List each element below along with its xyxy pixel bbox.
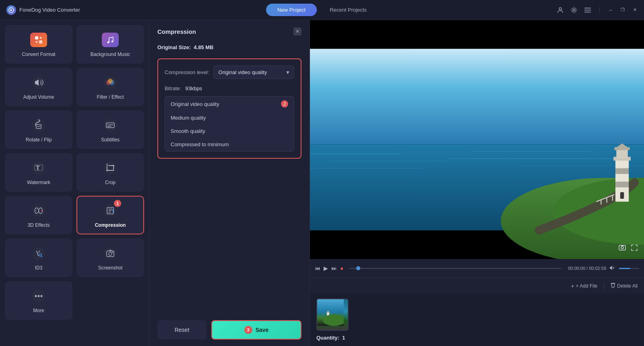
play-button[interactable]: ▶ [324, 265, 328, 271]
quantity-label-text: Quantity: [316, 335, 339, 341]
progress-bar[interactable] [350, 268, 561, 269]
convert-format-icon-wrap [30, 31, 47, 48]
sidebar-item-crop[interactable]: Crop [76, 153, 144, 192]
bitrate-row: Bitrate: 93kbps [165, 85, 294, 91]
file-actions-bar: + + Add File Delete All [310, 278, 644, 294]
sidebar-item-adjust-volume[interactable]: Adjust Volume [5, 68, 72, 106]
svg-point-26 [104, 162, 117, 174]
video-scene-svg [310, 20, 644, 259]
sidebar-item-compression[interactable]: 1 Compression [76, 196, 144, 234]
quality-select[interactable]: Original video quality Medium quality Sm… [213, 66, 294, 79]
watermark-label: Watermark [27, 180, 50, 185]
reset-button[interactable]: Reset [157, 320, 206, 340]
dropdown-option-original[interactable]: Original video quality 2 [165, 97, 294, 111]
app-title: FoneDog Video Converter [19, 7, 80, 13]
svg-rect-66 [615, 182, 629, 187]
sidebar-item-watermark[interactable]: T Watermark [5, 153, 72, 192]
background-music-icon-wrap [102, 31, 119, 48]
svg-rect-43 [112, 252, 113, 253]
background-music-icon [102, 31, 119, 48]
volume-bar[interactable] [619, 268, 639, 269]
compression-label: Compression [95, 222, 126, 228]
svg-point-47 [41, 295, 43, 297]
more-label: More [33, 308, 44, 313]
dropdown-options-list: Original video quality 2 Medium quality … [165, 96, 294, 151]
svg-point-74 [621, 247, 623, 249]
dropdown-option-minimum[interactable]: Compressed to minimum [165, 138, 294, 151]
crop-label: Crop [105, 180, 116, 185]
dropdown-option-smooth-label: Smooth quality [171, 128, 205, 134]
3d-effects-icon [30, 202, 47, 219]
svg-rect-48 [310, 20, 644, 49]
thumbnail-grid: Quantity: 1 [316, 298, 638, 341]
record-button[interactable]: ● [340, 265, 343, 271]
rotate-flip-icon [30, 117, 47, 134]
settings-icon[interactable] [570, 6, 578, 14]
dropdown-option-badge: 2 [281, 100, 288, 108]
skip-back-button[interactable]: ⏮ [315, 265, 320, 271]
svg-point-45 [35, 295, 37, 297]
add-file-icon: + [571, 283, 574, 289]
compression-icon-wrap: 1 [102, 202, 119, 219]
svg-marker-1 [10, 9, 12, 11]
svg-point-9 [107, 41, 109, 44]
svg-point-3 [573, 9, 575, 11]
svg-point-46 [38, 295, 40, 297]
fullscreen-icon[interactable] [630, 244, 638, 253]
convert-format-icon [30, 31, 47, 48]
file-thumbnails-area: Quantity: 1 [310, 294, 644, 346]
sidebar-item-filter-effect[interactable]: Filter / Effect [76, 68, 144, 106]
sidebar-item-screenshot[interactable]: Screenshot [76, 238, 144, 277]
filter-effect-label: Filter / Effect [97, 94, 124, 100]
svg-rect-62 [616, 149, 627, 159]
list-item: Quantity: 1 [316, 298, 349, 341]
svg-point-28 [113, 165, 114, 166]
filter-effect-icon [102, 74, 119, 91]
dropdown-option-smooth[interactable]: Smooth quality [165, 124, 294, 138]
close-button[interactable]: ✕ [632, 7, 638, 13]
original-size-display: Original Size: 4.85 MB [157, 44, 301, 50]
save-button[interactable]: 3 Save [211, 320, 301, 340]
sidebar-item-subtitles[interactable]: Subtitles [76, 110, 144, 149]
svg-rect-50 [310, 49, 644, 144]
menu-icon[interactable] [584, 6, 591, 14]
add-file-button[interactable]: + + Add File [571, 283, 597, 289]
skip-forward-button[interactable]: ⏭ [331, 265, 337, 271]
save-label: Save [256, 327, 269, 333]
dialog-header: Compression ✕ [149, 20, 310, 39]
sidebar-item-more[interactable]: More [5, 281, 72, 320]
user-icon[interactable] [557, 6, 564, 14]
tab-new-project[interactable]: New Project [266, 4, 317, 16]
sidebar-item-convert-format[interactable]: Convert Format [5, 25, 72, 64]
delete-all-button[interactable]: Delete All [611, 282, 638, 289]
original-size-value: 4.85 MB [194, 44, 213, 50]
volume-icon[interactable] [609, 265, 616, 272]
original-size-label: Original Size: [157, 44, 191, 50]
subtitles-label: Subtitles [101, 137, 120, 143]
svg-rect-65 [615, 168, 629, 174]
minimize-button[interactable]: ─ [608, 7, 613, 13]
save-badge: 3 [244, 326, 252, 334]
adjust-volume-icon [30, 74, 47, 91]
sidebar-item-id3[interactable]: ID3 [5, 238, 72, 277]
dropdown-option-medium[interactable]: Medium quality [165, 111, 294, 124]
sidebar-item-background-music[interactable]: Background Music [76, 25, 144, 64]
quantity-display: Quantity: 1 [316, 335, 349, 341]
screenshot-video-icon[interactable] [618, 244, 626, 253]
dialog-close-button[interactable]: ✕ [293, 27, 301, 35]
sidebar-item-3d-effects[interactable]: 3D Effects [5, 196, 72, 234]
video-overlay-controls [618, 244, 638, 253]
dropdown-option-medium-label: Medium quality [171, 115, 206, 121]
thumbnail-1[interactable] [316, 298, 349, 331]
crop-icon [102, 160, 119, 176]
background-music-label: Background Music [91, 52, 130, 57]
time-display: 00:00:00 / 00:02:59 [568, 266, 606, 271]
tab-recent-projects[interactable]: Recent Projects [318, 4, 378, 16]
quantity-value: 1 [342, 335, 345, 341]
sidebar-item-rotate-flip[interactable]: Rotate / Flip [5, 110, 72, 149]
svg-point-10 [111, 41, 114, 43]
video-panel: ⏮ ▶ ⏭ ● 00:00:00 / 00:02:59 + + Add F [310, 20, 644, 346]
nav-tabs: New Project Recent Projects [266, 4, 378, 16]
svg-rect-67 [620, 192, 624, 199]
restore-button[interactable]: ❐ [620, 7, 625, 13]
